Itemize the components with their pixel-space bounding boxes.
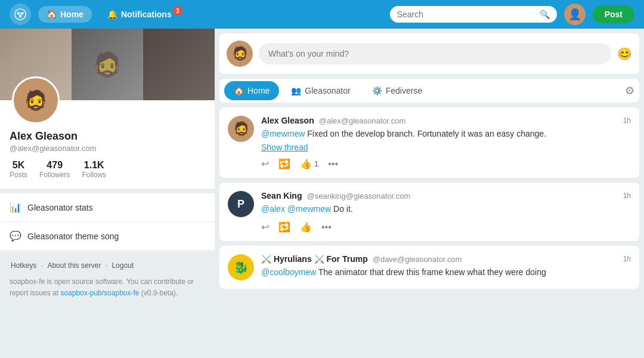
notifications-nav-label: Notifications [121, 10, 172, 19]
post-3-body-text: The animator that drew this frame knew w… [318, 267, 546, 277]
post-3-header: ⚔️ Hyrulians ⚔️ For Trump @dave@gleasona… [261, 254, 631, 264]
post-1-handle: @alex@gleasonator.com [319, 116, 406, 125]
feed-tabs-bar: 🏠 Home 👥 Gleasonator ⚙️ Fediverse ⚙ [219, 79, 639, 103]
home-nav-label: Home [60, 10, 83, 19]
post-2-repost-button[interactable]: 🔁 [278, 221, 290, 233]
search-icon: 🔍 [540, 10, 550, 19]
notifications-nav-button[interactable]: 🔔 Notifications 3 [99, 6, 180, 23]
post-2-body-text: Do it. [333, 204, 353, 214]
post-2-avatar[interactable]: P [228, 191, 254, 217]
posts-count: 5K [10, 160, 27, 171]
post-1-body-text: Fixed on the develop branch. Fortunately… [307, 129, 546, 138]
cover-image-2: 🧔 [72, 29, 143, 100]
post-1-like-button[interactable]: 👍 1 [300, 158, 318, 169]
sidebar: 🧔 🧔 Alex Gleason @alex@gleasonator.com 5… [0, 29, 215, 358]
home-nav-button[interactable]: 🏠 Home [38, 6, 92, 23]
gleasonator-tab-label: Gleasonator [305, 86, 350, 95]
footer-description: soapbox-fe is open source software. You … [10, 276, 205, 299]
dot-separator-2: · [106, 261, 110, 270]
post-2-author: Sean King [261, 191, 302, 200]
cover-image-3 [143, 29, 215, 100]
show-thread-link[interactable]: Show thread [261, 143, 631, 152]
post-2-mention-1[interactable]: @alex [261, 204, 285, 214]
search-bar: 🔍 [390, 6, 557, 23]
post-2-like-button[interactable]: 👍 [300, 221, 312, 233]
profile-avatar[interactable]: 🧔 [12, 76, 60, 124]
search-input[interactable] [397, 10, 535, 19]
post-3-author: ⚔️ Hyrulians ⚔️ For Trump [261, 254, 368, 264]
post-2-header: Sean King @seanking@gleasonator.com 1h [261, 191, 631, 200]
post-2-time: 1h [623, 192, 631, 200]
post-3-body: ⚔️ Hyrulians ⚔️ For Trump @dave@gleasona… [261, 254, 631, 280]
post-2-mention-2[interactable]: @mewmew [287, 204, 331, 214]
svg-point-0 [15, 9, 26, 20]
profile-cover: 🧔 🧔 [0, 29, 215, 100]
sidebar-item-stats[interactable]: 📊 Gleasonator stats [0, 193, 215, 222]
logout-link[interactable]: Logout [112, 261, 134, 270]
sidebar-item-stats-label: Gleasonator stats [27, 203, 93, 212]
profile-handle: @alex@gleasonator.com [10, 144, 205, 153]
follows-stat: 1.1K Follows [82, 160, 106, 179]
post-1-like-count: 1 [314, 159, 318, 168]
post-2: P Sean King @seanking@gleasonator.com 1h… [219, 183, 639, 241]
post-3-mention-1[interactable]: @coolboymew [261, 267, 316, 277]
post-3-time: 1h [623, 255, 631, 263]
posts-label: Posts [10, 171, 27, 179]
composer-emoji-button[interactable]: 😊 [617, 47, 632, 61]
post-1-mention-1[interactable]: @mewmew [261, 129, 305, 138]
followers-count: 479 [39, 160, 70, 171]
footer-version: (v0.9-beta). [141, 289, 178, 297]
post-composer: 🧔 😊 [219, 33, 639, 74]
gleasonator-tab-icon: 👥 [291, 86, 301, 95]
post-3: 🐉 ⚔️ Hyrulians ⚔️ For Trump @dave@gleaso… [219, 246, 639, 289]
tab-home[interactable]: 🏠 Home [224, 81, 279, 100]
filter-icon[interactable]: ⚙ [625, 84, 634, 97]
footer-link[interactable]: soapbox-pub/soapbox-fe [60, 289, 139, 297]
post-2-handle: @seanking@gleasonator.com [306, 192, 410, 200]
post-2-body: Sean King @seanking@gleasonator.com 1h @… [261, 191, 631, 233]
notifications-badge: 3 [173, 6, 182, 16]
user-avatar-header[interactable]: 👤 [564, 4, 586, 25]
main-feed: 🧔 😊 🏠 Home 👥 Gleasonator ⚙️ Fediverse ⚙ … [215, 29, 644, 358]
header: 🏠 Home 🔔 Notifications 3 🔍 👤 Post [0, 0, 644, 29]
about-server-link[interactable]: About this server [47, 261, 101, 270]
post-1-repost-button[interactable]: 🔁 [278, 158, 290, 169]
post-3-avatar[interactable]: 🐉 [228, 254, 254, 280]
avatar-emoji: 👤 [568, 8, 581, 21]
hotkeys-link[interactable]: Hotkeys [11, 261, 36, 270]
tab-gleasonator[interactable]: 👥 Gleasonator [281, 81, 360, 100]
sidebar-item-theme-song-label: Gleasonator theme song [27, 232, 119, 241]
dot-separator-1: · [41, 261, 45, 270]
composer-input[interactable] [259, 43, 611, 64]
post-2-more-button[interactable]: ••• [321, 222, 332, 233]
sidebar-footer-links: Hotkeys · About this server · Logout [10, 260, 205, 271]
post-button[interactable]: Post [593, 5, 634, 23]
svg-line-6 [20, 13, 23, 17]
post-button-label: Post [605, 10, 623, 19]
tab-fediverse[interactable]: ⚙️ Fediverse [363, 81, 432, 100]
theme-song-icon: 💬 [10, 230, 21, 242]
post-2-text: @alex @mewmew Do it. [261, 203, 631, 215]
post-1-header: Alex Gleason @alex@gleasonator.com 1h [261, 116, 631, 125]
post-1-more-button[interactable]: ••• [328, 159, 338, 169]
post-1-time: 1h [623, 116, 631, 125]
home-tab-icon: 🏠 [234, 86, 244, 95]
post-2-avatar-letter: P [237, 198, 244, 211]
post-2-reply-button[interactable]: ↩ [261, 221, 269, 233]
follows-label: Follows [82, 171, 106, 179]
post-1-reply-button[interactable]: ↩ [261, 158, 269, 169]
post-1-avatar[interactable]: 🧔 [228, 116, 254, 142]
svg-line-5 [18, 13, 20, 17]
post-1-actions: ↩ 🔁 👍 1 ••• [261, 158, 631, 169]
sidebar-footer: Hotkeys · About this server · Logout soa… [0, 251, 215, 309]
notifications-icon: 🔔 [107, 10, 117, 19]
post-1: 🧔 Alex Gleason @alex@gleasonator.com 1h … [219, 107, 639, 178]
post-2-actions: ↩ 🔁 👍 ••• [261, 221, 631, 233]
followers-stat: 479 Followers [39, 160, 70, 179]
home-icon: 🏠 [47, 10, 57, 19]
home-tab-label: Home [247, 86, 270, 95]
follows-count: 1.1K [82, 160, 106, 171]
app-logo[interactable] [10, 4, 31, 25]
sidebar-item-theme-song[interactable]: 💬 Gleasonator theme song [0, 222, 215, 251]
post-1-author: Alex Gleason [261, 116, 314, 125]
